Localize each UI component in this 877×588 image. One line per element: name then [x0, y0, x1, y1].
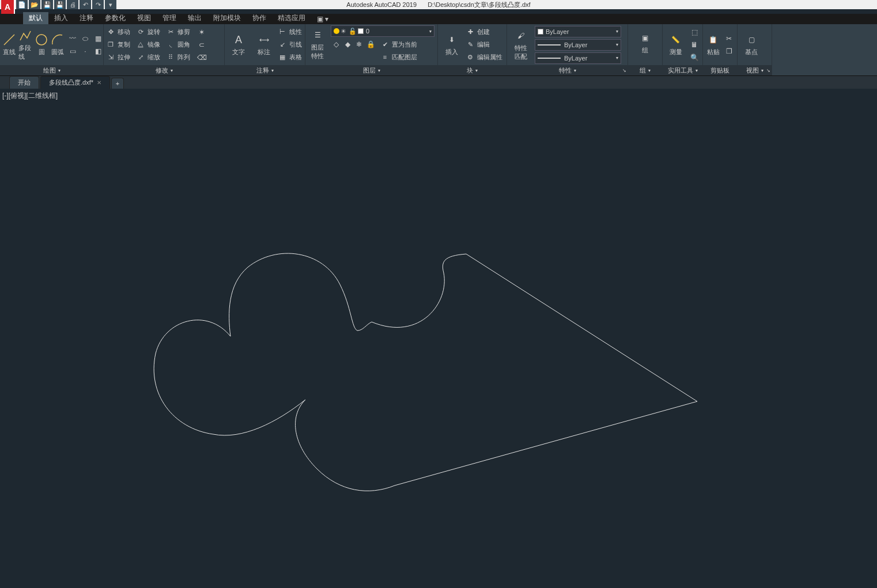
file-tab-current[interactable]: 多段线凸度.dxf*✕	[40, 76, 110, 89]
panel-group-title[interactable]: 组▾	[628, 65, 662, 75]
select-icon[interactable]: ⬚	[689, 26, 700, 38]
array-button[interactable]: ⠿阵列	[166, 52, 190, 63]
fillet-button[interactable]: ◟圆角	[166, 39, 190, 51]
edit-attr-button[interactable]: ⚙编辑属性	[466, 52, 502, 63]
panel-layers-title[interactable]: 图层▾	[305, 65, 437, 75]
layer-iso-icon[interactable]: ◇	[331, 39, 341, 50]
table-button[interactable]: ▦表格	[278, 52, 302, 63]
rotate-button[interactable]: ⟳旋转	[136, 26, 160, 38]
spline-icon[interactable]: 〰	[67, 33, 78, 44]
layer-props-button[interactable]: ☰图层 特性	[308, 27, 327, 62]
layer-lock-icon[interactable]: 🔒	[365, 39, 376, 50]
quickselect-icon[interactable]: 🔍	[689, 52, 700, 63]
arc-button[interactable]: 圆弧	[51, 28, 65, 62]
lineweight-dropdown[interactable]: ByLayer▾	[535, 39, 621, 51]
panel-annotate-title[interactable]: 注释▾	[225, 65, 305, 75]
point-icon[interactable]: ·	[80, 45, 91, 57]
create-block-button[interactable]: ✚创建	[466, 26, 502, 38]
cut-icon[interactable]: ✂	[723, 33, 735, 44]
match-layer-button[interactable]: ≡匹配图层	[380, 51, 417, 63]
color-swatch	[358, 28, 364, 34]
trim-button[interactable]: ✂修剪	[166, 26, 190, 38]
leader-button[interactable]: ↙引线	[278, 39, 302, 51]
panel-layers: ☰图层 特性 ☀ 🔓 0 ▾ ◇	[305, 24, 438, 75]
chevron-down-icon: ▾	[616, 42, 618, 47]
panel-block-title[interactable]: 块▾	[438, 65, 506, 75]
tab-featured[interactable]: 精选应用	[272, 12, 311, 24]
sun-icon: ☀	[341, 28, 346, 35]
paste-button[interactable]: 📋粘贴	[705, 28, 721, 62]
layer-freeze-icon[interactable]: ❄	[354, 39, 364, 50]
qat-open-icon[interactable]: 📂	[29, 0, 40, 9]
move-button[interactable]: ✥移动	[106, 26, 130, 38]
tab-collab[interactable]: 协作	[247, 12, 272, 24]
app-logo[interactable]: A	[1, 0, 15, 14]
file-tab-add[interactable]: +	[111, 78, 124, 89]
panel-draw-title[interactable]: 绘图▾	[0, 65, 103, 75]
edit-block-button[interactable]: ✎编辑	[466, 39, 502, 51]
panel-view-title[interactable]: 视图▾↘	[738, 65, 772, 75]
close-icon[interactable]: ✕	[97, 79, 101, 86]
layer-off-icon[interactable]: ◆	[342, 39, 353, 50]
move-icon: ✥	[106, 28, 115, 37]
drawing-area[interactable]: [-][俯视][二维线框] CSDN @老丹丘	[0, 89, 877, 588]
expand-icon[interactable]: ↘	[622, 68, 626, 73]
linear-button[interactable]: ⊢线性	[278, 26, 302, 38]
offset-icon[interactable]: ⊂	[196, 39, 207, 51]
measure-button[interactable]: 📏测量	[665, 28, 686, 62]
calc-icon[interactable]: 🖩	[689, 39, 700, 51]
copy-button[interactable]: ❐复制	[106, 39, 130, 51]
expand-icon[interactable]: ↘	[766, 68, 770, 73]
base-button[interactable]: ▢基点	[740, 28, 763, 62]
tab-default[interactable]: 默认	[23, 12, 48, 24]
polyline-shape	[0, 89, 877, 588]
copy-clip-icon[interactable]: ❐	[723, 45, 735, 57]
panel-modify-title[interactable]: 修改▾	[104, 65, 224, 75]
line-button[interactable]: 直线	[2, 28, 16, 62]
tab-parametric[interactable]: 参数化	[99, 12, 131, 24]
qat-print-icon[interactable]: 🖨	[67, 0, 78, 9]
insert-button[interactable]: ⬇插入	[440, 28, 463, 62]
region-icon[interactable]: ◧	[92, 45, 104, 57]
panel-utils-title[interactable]: 实用工具▾	[663, 65, 702, 75]
stretch-icon: ⇲	[106, 53, 115, 62]
tab-view[interactable]: 视图	[131, 12, 157, 24]
tab-output[interactable]: 输出	[182, 12, 207, 24]
qat-undo-icon[interactable]: ↶	[80, 0, 91, 9]
mirror-button[interactable]: ⧋镜像	[136, 39, 160, 51]
polyline-button[interactable]: 多段线	[18, 28, 32, 62]
text-button[interactable]: A文字	[227, 28, 250, 62]
edit-icon: ✎	[466, 40, 475, 50]
file-tab-start[interactable]: 开始	[9, 76, 39, 89]
layer-dropdown[interactable]: ☀ 🔓 0 ▾	[331, 25, 434, 37]
dimension-button[interactable]: ⟷标注	[252, 28, 275, 62]
qat-saveas-icon[interactable]: 💾	[54, 0, 66, 9]
circle-button[interactable]: 圆	[35, 28, 48, 62]
rect-icon[interactable]: ▭	[67, 45, 78, 57]
tab-manage[interactable]: 管理	[157, 12, 182, 24]
qat-redo-icon[interactable]: ↷	[92, 0, 104, 9]
qat-new-icon[interactable]: 📄	[16, 0, 28, 9]
stretch-button[interactable]: ⇲拉伸	[106, 52, 130, 63]
color-dropdown[interactable]: ByLayer▾	[535, 26, 621, 37]
ellipse-icon[interactable]: ⬭	[80, 33, 91, 44]
erase-icon[interactable]: ⌫	[196, 52, 207, 63]
qat-dropdown-icon[interactable]: ▾	[105, 0, 116, 9]
scale-button[interactable]: ⤢缩放	[136, 52, 160, 63]
match-props-button[interactable]: 🖌特性 匹配	[509, 28, 532, 62]
hatch-icon[interactable]: ▦	[92, 33, 104, 44]
tab-insert[interactable]: 插入	[48, 12, 74, 24]
group-button[interactable]: ▣组	[634, 25, 657, 60]
panel-props-title[interactable]: 特性▾↘	[507, 65, 627, 75]
tab-annotate[interactable]: 注释	[74, 12, 99, 24]
set-current-button[interactable]: ✔置为当前	[380, 39, 417, 50]
qat-save-icon[interactable]: 💾	[41, 0, 53, 9]
current-icon: ✔	[380, 40, 390, 49]
tab-addins[interactable]: 附加模块	[207, 12, 247, 24]
panel-clipboard-title[interactable]: 剪贴板	[703, 65, 737, 75]
tab-extra-icon[interactable]: ▣ ▾	[311, 14, 334, 24]
explode-icon[interactable]: ✶	[196, 26, 207, 38]
chevron-down-icon: ▾	[271, 68, 274, 73]
svg-line-0	[4, 35, 14, 45]
linetype-dropdown[interactable]: ByLayer▾	[535, 52, 621, 64]
